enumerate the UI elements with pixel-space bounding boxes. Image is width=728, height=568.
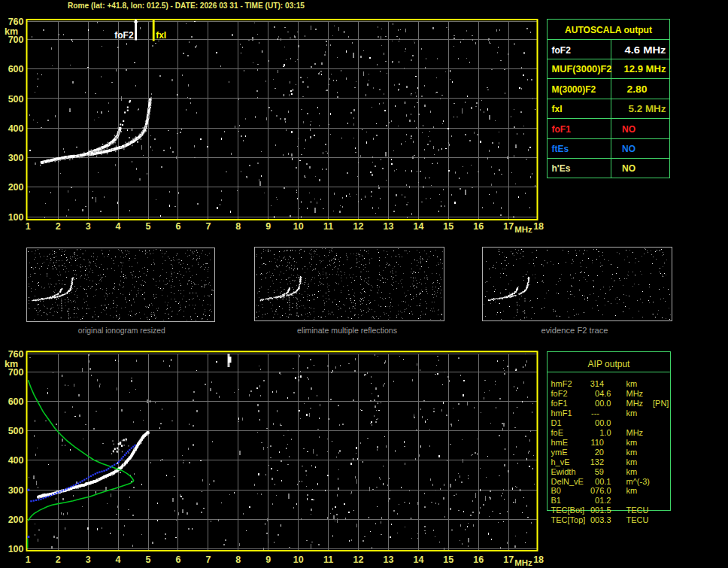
svg-text:7: 7 [205, 554, 211, 565]
svg-text:17: 17 [503, 221, 514, 232]
svg-text:eliminate multiple reflections: eliminate multiple reflections [297, 326, 397, 335]
svg-text:km: km [5, 26, 18, 37]
svg-text:NO: NO [622, 144, 635, 154]
svg-text:5.2 MHz: 5.2 MHz [629, 104, 666, 114]
svg-text:15: 15 [443, 221, 453, 232]
svg-text:500: 500 [8, 426, 24, 436]
svg-text:10: 10 [293, 221, 304, 232]
svg-text:MHz: MHz [626, 389, 644, 398]
svg-text:8: 8 [235, 221, 241, 232]
svg-text:km: km [5, 359, 18, 369]
svg-text:4: 4 [116, 221, 121, 232]
svg-text:16: 16 [473, 554, 484, 565]
svg-text:m^(-3): m^(-3) [626, 477, 650, 486]
svg-text:13: 13 [384, 221, 394, 232]
svg-text:10: 10 [293, 554, 304, 565]
svg-text:18: 18 [533, 554, 544, 565]
svg-text:17: 17 [503, 554, 514, 565]
svg-text:MHz: MHz [514, 558, 532, 567]
svg-text:04.6: 04.6 [595, 389, 611, 398]
svg-text:59: 59 [595, 467, 604, 476]
svg-text:16: 16 [473, 221, 484, 232]
svg-text:[PN]: [PN] [653, 399, 669, 408]
svg-text:00.0: 00.0 [595, 399, 611, 408]
svg-text:km: km [626, 379, 638, 388]
svg-text:9: 9 [265, 221, 271, 232]
svg-text:14: 14 [413, 221, 423, 232]
svg-text:2.80: 2.80 [627, 84, 648, 95]
svg-text:5: 5 [146, 554, 151, 565]
svg-text:AIP output: AIP output [588, 359, 630, 369]
svg-text:foE: foE [551, 428, 564, 437]
svg-text:110: 110 [590, 438, 604, 447]
svg-text:km: km [626, 438, 638, 447]
svg-text:20: 20 [595, 448, 604, 457]
svg-text:12: 12 [353, 554, 364, 565]
svg-text:TECU: TECU [626, 515, 649, 524]
svg-text:TECU: TECU [626, 506, 649, 515]
svg-text:foF2: foF2 [551, 389, 568, 398]
svg-text:6: 6 [175, 221, 180, 232]
svg-text:ymE: ymE [551, 448, 568, 457]
svg-text:5: 5 [146, 221, 151, 232]
svg-text:h_vE: h_vE [551, 457, 570, 466]
svg-text:MHz: MHz [626, 428, 644, 437]
svg-text:evidence F2 trace: evidence F2 trace [541, 326, 608, 335]
svg-text:hmF2: hmF2 [551, 379, 572, 388]
svg-text:foF1: foF1 [551, 399, 568, 408]
svg-text:600: 600 [8, 396, 24, 407]
svg-text:Rome (lat: +41.8, lon: 012.5): Rome (lat: +41.8, lon: 012.5) - DATE: 20… [68, 1, 305, 10]
svg-text:18: 18 [533, 221, 544, 232]
svg-text:NO: NO [622, 163, 635, 174]
svg-text:AUTOSCALA output: AUTOSCALA output [565, 25, 653, 35]
svg-text:7: 7 [205, 221, 211, 232]
svg-text:200: 200 [8, 515, 24, 525]
svg-text:1: 1 [26, 221, 31, 232]
svg-text:original ionogram resized: original ionogram resized [78, 326, 165, 335]
svg-text:300: 300 [8, 485, 24, 496]
svg-text:6: 6 [175, 554, 180, 565]
svg-text:9: 9 [265, 554, 271, 565]
svg-text:---: --- [591, 409, 599, 418]
svg-text:NO: NO [622, 124, 635, 135]
svg-text:11: 11 [323, 221, 333, 232]
svg-text:2: 2 [56, 554, 61, 565]
svg-text:200: 200 [8, 182, 24, 193]
svg-text:500: 500 [8, 94, 24, 105]
svg-text:11: 11 [323, 554, 333, 565]
svg-text:400: 400 [8, 123, 24, 134]
svg-text:2: 2 [56, 221, 61, 232]
svg-text:12.9 MHz: 12.9 MHz [624, 64, 666, 74]
svg-text:D1: D1 [551, 418, 562, 427]
svg-text:4: 4 [116, 554, 121, 565]
svg-text:314: 314 [590, 379, 604, 388]
svg-text:8: 8 [235, 554, 241, 565]
svg-text:3: 3 [86, 554, 91, 565]
svg-text:foF2: foF2 [552, 45, 572, 56]
svg-text:3: 3 [86, 221, 91, 232]
svg-text:300: 300 [8, 153, 24, 163]
svg-text:km: km [626, 457, 638, 466]
svg-text:1: 1 [26, 554, 31, 565]
svg-text:TEC[Bot]: TEC[Bot] [551, 506, 585, 515]
svg-text:600: 600 [8, 64, 24, 74]
svg-text:foF1: foF1 [552, 124, 572, 135]
svg-text:km: km [626, 486, 638, 495]
svg-text:076.0: 076.0 [590, 486, 611, 495]
svg-text:400: 400 [8, 455, 24, 466]
svg-text:km: km [626, 409, 638, 418]
svg-text:h'Es: h'Es [552, 163, 571, 174]
svg-text:km: km [626, 448, 638, 457]
svg-text:100: 100 [8, 212, 24, 223]
svg-text:fxI: fxI [156, 30, 166, 41]
svg-text:M(3000)F2: M(3000)F2 [552, 84, 596, 95]
svg-text:14: 14 [413, 554, 423, 565]
svg-text:MHz: MHz [514, 225, 532, 234]
svg-text:12: 12 [353, 221, 364, 232]
svg-text:Ewidth: Ewidth [551, 467, 576, 476]
svg-text:foF2: foF2 [114, 30, 134, 41]
svg-text:13: 13 [384, 554, 394, 565]
svg-text:TEC[Top]: TEC[Top] [551, 515, 586, 524]
svg-text:132: 132 [590, 457, 604, 466]
svg-text:B0: B0 [551, 486, 561, 495]
